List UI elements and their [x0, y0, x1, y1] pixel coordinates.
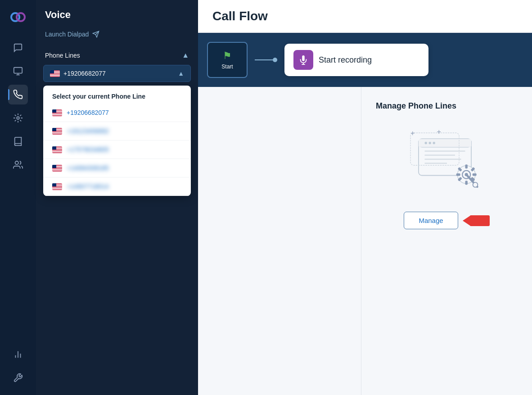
manage-button-row: Manage: [404, 212, 489, 229]
sidebar-item-chat[interactable]: [8, 38, 28, 58]
connector-line: [255, 59, 273, 60]
svg-point-17: [424, 142, 427, 144]
arrow-body: [470, 215, 490, 226]
nav-panel-title: Voice: [45, 9, 189, 21]
svg-text:+: +: [437, 127, 441, 136]
sidebar-item-knowledge[interactable]: [8, 132, 28, 151]
phone-line-selector[interactable]: +19206682077 ▲: [43, 65, 191, 82]
nav-panel-header: Voice Launch Dialpad: [36, 0, 198, 46]
phone-line-item-4[interactable]: +14084308185: [43, 159, 191, 177]
arrow-head: [463, 215, 471, 226]
svg-point-1: [17, 13, 25, 21]
manage-illustration: + +: [406, 125, 487, 197]
phone-line-item-1[interactable]: +19206682077: [43, 104, 191, 122]
us-flag-4: [52, 165, 62, 172]
svg-rect-29: [465, 181, 467, 185]
send-icon: [92, 31, 99, 38]
sidebar-item-users[interactable]: [8, 155, 28, 175]
phone-number-1: +19206682077: [67, 109, 109, 116]
svg-point-5: [17, 117, 19, 119]
svg-rect-30: [456, 173, 460, 176]
us-flag-2: [52, 128, 62, 135]
phone-lines-label: Phone Lines: [45, 52, 80, 59]
svg-point-6: [15, 161, 18, 164]
phone-number-5: +14907718014: [67, 183, 109, 190]
phone-line-item-2[interactable]: +19123456892: [43, 122, 191, 141]
svg-rect-31: [472, 173, 476, 176]
manage-phone-lines-title: Manage Phone Lines: [376, 101, 456, 111]
selected-phone-line: +19206682077: [50, 70, 106, 77]
phone-lines-header: Phone Lines ▲: [36, 46, 198, 65]
chevron-up-icon[interactable]: ▲: [182, 51, 189, 59]
chevron-up-small-icon: ▲: [178, 70, 184, 77]
svg-rect-28: [465, 164, 467, 168]
page-title: Call Flow: [212, 9, 518, 23]
start-node[interactable]: ⚑ Start: [207, 42, 248, 78]
us-flag-selected: [50, 70, 60, 77]
connector-dot: [273, 58, 277, 62]
start-flag-icon: ⚑: [223, 50, 232, 62]
main-header: Call Flow: [198, 0, 532, 33]
microphone-icon: [298, 55, 308, 65]
us-flag-1: [52, 109, 62, 116]
start-label: Start: [221, 64, 233, 70]
left-content: [198, 87, 361, 395]
sidebar-item-settings[interactable]: [8, 368, 28, 388]
sidebar-item-ai[interactable]: [8, 108, 28, 128]
phone-number-3: +17579034805: [67, 146, 109, 153]
content-area: Manage Phone Lines: [198, 87, 532, 395]
selected-number-label: +19206682077: [63, 70, 106, 77]
sidebar-item-contacts[interactable]: [8, 61, 28, 81]
main-section: Call Flow ⚑ Start Start recording: [198, 0, 532, 395]
phone-number-2: +19123456892: [67, 127, 109, 135]
call-flow-area: ⚑ Start Start recording: [198, 33, 532, 87]
launch-dialpad-label: Launch Dialpad: [45, 31, 89, 38]
phone-line-item-5[interactable]: +14907718014: [43, 177, 191, 196]
recording-node[interactable]: Start recording: [284, 44, 428, 76]
svg-point-18: [428, 142, 431, 144]
us-flag-3: [52, 146, 62, 153]
nav-panel: Voice Launch Dialpad Phone Lines ▲ +1920…: [36, 0, 198, 395]
launch-dialpad-link[interactable]: Launch Dialpad: [45, 28, 189, 41]
svg-point-19: [433, 142, 435, 144]
phone-line-item-3[interactable]: +17579034805: [43, 141, 191, 159]
svg-rect-2: [14, 68, 22, 73]
right-content: Manage Phone Lines: [361, 87, 532, 395]
svg-text:+: +: [410, 129, 415, 137]
svg-rect-24: [410, 133, 459, 165]
phone-number-4: +14084308185: [67, 164, 109, 172]
app-logo[interactable]: [8, 7, 28, 27]
recording-icon-box: [293, 50, 313, 70]
flow-connector: [255, 58, 277, 62]
sidebar: [0, 0, 36, 395]
phone-line-dropdown: Select your current Phone Line +19206682…: [43, 86, 191, 196]
manage-button[interactable]: Manage: [404, 212, 458, 229]
sidebar-item-voice[interactable]: [8, 85, 28, 104]
sidebar-item-analytics[interactable]: [8, 345, 28, 364]
us-flag-5: [52, 183, 62, 190]
svg-point-37: [473, 182, 478, 187]
dropdown-title: Select your current Phone Line: [43, 86, 191, 104]
recording-label: Start recording: [319, 55, 372, 65]
red-arrow-indicator: [463, 215, 490, 226]
